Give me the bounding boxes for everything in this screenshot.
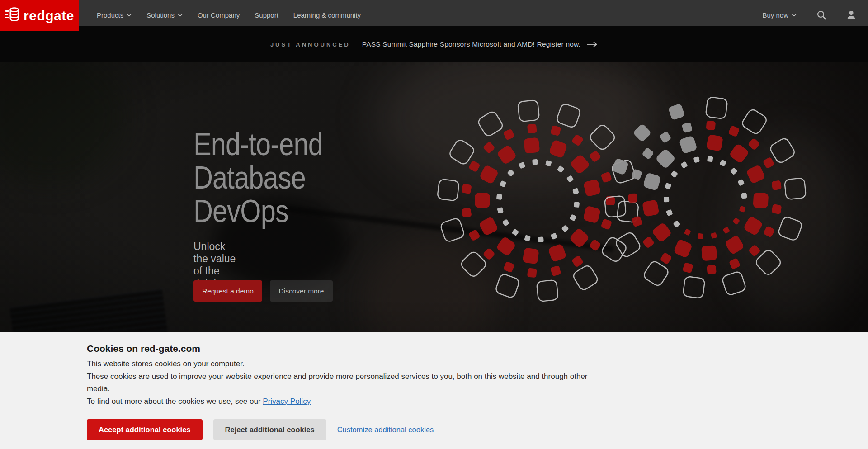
announcement-message: PASS Summit Sapphire Sponsors Microsoft … xyxy=(362,40,580,48)
cookie-line-1: This website stores cookies on your comp… xyxy=(87,358,607,370)
nav-item-products[interactable]: Products xyxy=(97,11,132,19)
announcement-link[interactable]: PASS Summit Sapphire Sponsors Microsoft … xyxy=(362,40,598,48)
nav-item-label: Our Company xyxy=(198,11,240,19)
cookie-text: This website stores cookies on your comp… xyxy=(87,358,607,407)
arrow-right-icon xyxy=(587,41,598,47)
nav-item-solutions[interactable]: Solutions xyxy=(146,11,183,19)
hero-cta-group: Request a demo Discover more xyxy=(193,280,333,302)
search-icon xyxy=(816,10,826,20)
search-button[interactable] xyxy=(816,10,826,20)
nav-item-our-company[interactable]: Our Company xyxy=(198,11,240,19)
customize-cookies-link[interactable]: Customize additional cookies xyxy=(337,425,434,434)
privacy-policy-link[interactable]: Privacy Policy xyxy=(263,397,311,406)
cookie-title: Cookies on red-gate.com xyxy=(87,342,868,355)
chevron-down-icon xyxy=(792,14,797,17)
hero-title-line: End-to-end xyxy=(193,127,323,162)
nav-item-label: Products xyxy=(97,11,123,19)
accept-cookies-button[interactable]: Accept additional cookies xyxy=(87,419,203,440)
buy-now-menu[interactable]: Buy now xyxy=(762,11,797,19)
hero-title-line: Database xyxy=(193,160,306,195)
cookie-line-3-text: To find out more about the cookies we us… xyxy=(87,397,263,406)
nav-item-label: Learning & community xyxy=(293,11,361,19)
hero-section: End-to-end Database DevOps Unlock the va… xyxy=(0,62,868,332)
announcement-badge: JUST ANNOUNCED xyxy=(270,41,350,48)
nav-item-label: Support xyxy=(255,11,278,19)
chevron-down-icon xyxy=(178,14,183,17)
hero-title-line: DevOps xyxy=(193,194,288,229)
request-demo-button[interactable]: Request a demo xyxy=(193,280,262,302)
redgate-logo[interactable]: redgate xyxy=(0,0,79,31)
buy-now-label: Buy now xyxy=(762,11,788,19)
top-navigation: redgate Products Solutions Our Company S… xyxy=(0,0,868,26)
cookie-cta-group: Accept additional cookies Reject additio… xyxy=(87,419,868,440)
account-button[interactable] xyxy=(846,10,856,20)
chevron-down-icon xyxy=(127,14,132,17)
discover-more-button[interactable]: Discover more xyxy=(270,280,333,302)
nav-item-label: Solutions xyxy=(146,11,175,19)
reject-cookies-button[interactable]: Reject additional cookies xyxy=(213,419,326,440)
cookie-consent-banner: Cookies on red-gate.com This website sto… xyxy=(0,332,868,449)
cookie-line-2: These cookies are used to improve your w… xyxy=(87,370,607,395)
hero-title: End-to-end Database DevOps xyxy=(193,128,462,228)
announcement-bar: JUST ANNOUNCED PASS Summit Sapphire Spon… xyxy=(0,26,868,62)
primary-nav: Products Solutions Our Company Support L… xyxy=(97,0,361,26)
nav-item-support[interactable]: Support xyxy=(255,11,278,19)
nav-right-group: Buy now xyxy=(762,0,856,26)
person-icon xyxy=(846,10,856,20)
database-icon xyxy=(5,6,20,26)
cookie-line-3: To find out more about the cookies we us… xyxy=(87,395,607,408)
nav-item-learning-community[interactable]: Learning & community xyxy=(293,11,361,19)
logo-wordmark: redgate xyxy=(24,8,74,24)
